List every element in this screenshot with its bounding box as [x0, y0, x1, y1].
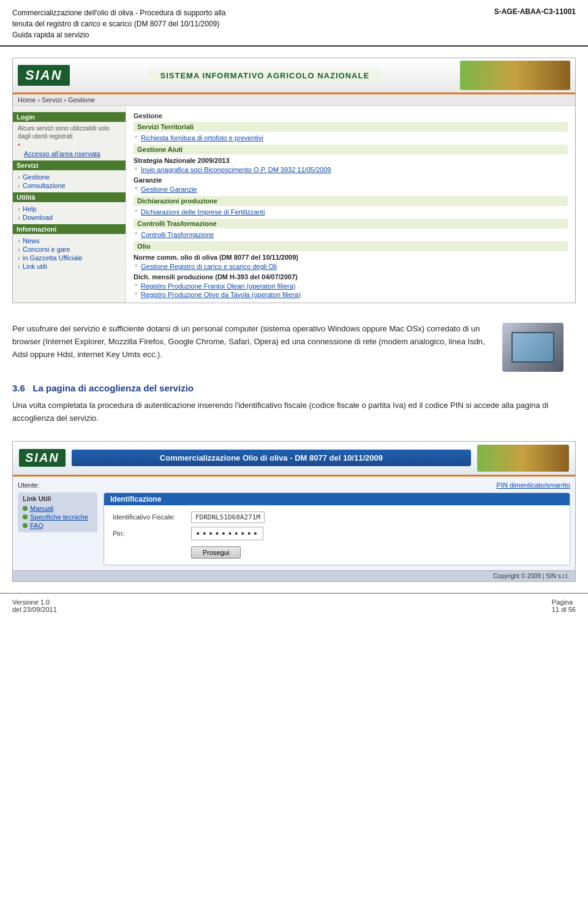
section-36-paragraph: Una volta completata la procedura di aut…	[12, 399, 576, 425]
sian-header-image	[460, 61, 570, 90]
main-dichiarazioni-link[interactable]: Dichiarazioni delle Imprese di Fertilizz…	[134, 208, 568, 216]
copyright-bar: Copyright © 2009 | SIN s.r.l.	[13, 570, 575, 581]
faq-link[interactable]: FAQ	[23, 521, 92, 530]
sian-banner-area: Sistema Informativo Agricolo Nazionale	[76, 70, 454, 81]
sidebar-help-link[interactable]: Help	[18, 205, 121, 213]
link-utili-title: Link Utili	[23, 495, 92, 502]
sidebar-concorsi-link[interactable]: Concorsi e gare	[18, 245, 121, 254]
sian-content-area: Login Alcuni servizi sono utilizzabili s…	[13, 106, 575, 303]
document-header: Commercializzazione dell'olio di oliva -…	[0, 0, 588, 47]
header-title: Commercializzazione dell'olio di oliva -…	[12, 7, 225, 40]
screenshot-2: SIAN Commercializzazione Olio di oliva -…	[12, 441, 576, 582]
sian-navbar-1: SIAN Sistema Informativo Agricolo Nazion…	[13, 58, 575, 94]
sidebar-bullet-login: *	[18, 143, 20, 149]
main-olio-title: Olio	[134, 241, 568, 251]
pin-row: Pin: ••••••••••	[113, 527, 561, 540]
specifiche-link[interactable]: Specifiche tecniche	[23, 513, 92, 521]
section-36-area: 3.6 La pagina di accoglienza del servizi…	[0, 375, 588, 435]
dot-specifiche	[23, 515, 28, 519]
main-registro-frantoi-link[interactable]: Registro Produzione Frantoi Oleari (oper…	[134, 282, 568, 290]
sian-main-content: Gestione Servizi Territoriali Richiesta …	[126, 106, 575, 303]
footer-version: Versione 1.0 del 23/09/2011	[12, 598, 57, 613]
laptop-image	[502, 323, 564, 372]
main-richiesta-link[interactable]: Richiesta fornitura di ortofoto e preven…	[134, 134, 568, 142]
main-gestione-title: Gestione	[134, 112, 568, 119]
sian-logo-1: SIAN	[18, 65, 70, 86]
main-gestione-aiuti: Gestione Aiuti	[134, 145, 568, 154]
main-invio-link[interactable]: Invio anagrafica soci Biconoscimento O.P…	[134, 165, 568, 174]
sidebar-link-utili-link[interactable]: Link utili	[18, 262, 121, 271]
id-fiscale-label: Identificativo Fiscale:	[113, 513, 186, 521]
utente-label: Utente:	[18, 481, 39, 489]
sidebar-informazioni-title[interactable]: Informazioni	[13, 224, 126, 234]
manuali-link[interactable]: Manuali	[23, 504, 92, 513]
sian-banner-2: Commercializzazione Olio di oliva - DM 8…	[72, 450, 471, 466]
sian2-content-area: Utente: Link Utili Manuali Specifiche te…	[13, 477, 575, 570]
breadcrumb: Home › Servizi › Gestione	[13, 94, 575, 106]
main-strategia: Strategia Nazionale 2009/2013	[134, 157, 568, 164]
sidebar-servizi-title[interactable]: Servizi	[13, 160, 126, 170]
sian-logo-2: SIAN	[19, 449, 66, 467]
main-garanzie-title: Garanzie	[134, 176, 568, 184]
pin-forgotten-link[interactable]: PIN dimenticato/smarrito	[104, 481, 570, 489]
sidebar-login-link[interactable]: Accesso all'area riservata	[18, 149, 121, 158]
main-gestione-garanzie-link[interactable]: Gestione Garanzie	[134, 185, 568, 194]
id-fiscale-value: FDRDNL51D68A271M	[191, 511, 265, 523]
sidebar-login-note: Alcuni servizi sono utilizzabili solo da…	[18, 124, 121, 140]
utente-row: Utente:	[18, 481, 97, 489]
sian-banner-text: Sistema Informativo Agricolo Nazionale	[148, 70, 382, 81]
laptop-screen	[511, 332, 554, 363]
link-utili-section: Link Utili Manuali Specifiche tecniche F…	[18, 492, 97, 532]
dot-manuali	[23, 506, 28, 511]
main-servizi-territoriali: Servizi Territoriali	[134, 122, 568, 132]
sidebar-consultazione-link[interactable]: Consultazione	[18, 181, 121, 190]
sidebar-login-title[interactable]: Login	[13, 112, 126, 122]
id-section-title: Identificazione	[104, 493, 570, 505]
dot-faq	[23, 523, 28, 528]
sian2-sidebar: Utente: Link Utili Manuali Specifiche te…	[18, 481, 97, 565]
sian2-main-content: PIN dimenticato/smarrito Identificazione…	[104, 481, 570, 565]
sian-navbar-2: SIAN Commercializzazione Olio di oliva -…	[13, 442, 575, 477]
sian-header-image-2	[477, 445, 569, 472]
main-registro-olive-link[interactable]: Registro Produzione Olive da Tavola (ope…	[134, 290, 568, 299]
id-section: Identificazione Identificativo Fiscale: …	[104, 492, 570, 565]
main-norme-bold: Norme comm. olio di oliva (DM 8077 del 1…	[134, 254, 568, 261]
main-controlli-link[interactable]: Controlli Trasformazione	[134, 230, 568, 239]
sidebar-news-link[interactable]: News	[18, 236, 121, 245]
body-paragraph: Per usufruire del servizio è sufficiente…	[12, 323, 576, 361]
sidebar-utilita-title[interactable]: Utilità	[13, 192, 126, 202]
main-controlli-title: Controlli Trasformazione	[134, 219, 568, 228]
body-text-section: Per usufruire del servizio è sufficiente…	[0, 314, 588, 375]
prosegui-button[interactable]: Prosegui	[191, 546, 241, 559]
main-gestione-registro-link[interactable]: Gestione Registro di carico e scarico de…	[134, 262, 568, 271]
main-dichiarazioni-title: Dichiarazioni produzione	[134, 196, 568, 206]
sian-sidebar: Login Alcuni servizi sono utilizzabili s…	[13, 106, 126, 303]
document-footer: Versione 1.0 del 23/09/2011 Pagina 11 di…	[0, 593, 588, 618]
footer-page: Pagina 11 di 56	[552, 598, 576, 613]
pin-value: ••••••••••	[191, 527, 263, 540]
sidebar-download-link[interactable]: Download	[18, 213, 121, 222]
header-doc-code: S-AGE-ABAA-C3-11001	[494, 7, 576, 16]
sidebar-gestione-link[interactable]: Gestione	[18, 173, 121, 181]
main-dich-mensili-bold: Dich. mensili produzione (DM H-393 del 0…	[134, 273, 568, 281]
id-fiscale-row: Identificativo Fiscale: FDRDNL51D68A271M	[113, 511, 561, 523]
section-36-title: 3.6 La pagina di accoglienza del servizi…	[12, 383, 576, 393]
screenshot-1: SIAN Sistema Informativo Agricolo Nazion…	[12, 58, 576, 303]
pin-label: Pin:	[113, 530, 186, 537]
sidebar-gazzetta-link[interactable]: in Gazzetta Ufficiale	[18, 254, 121, 262]
